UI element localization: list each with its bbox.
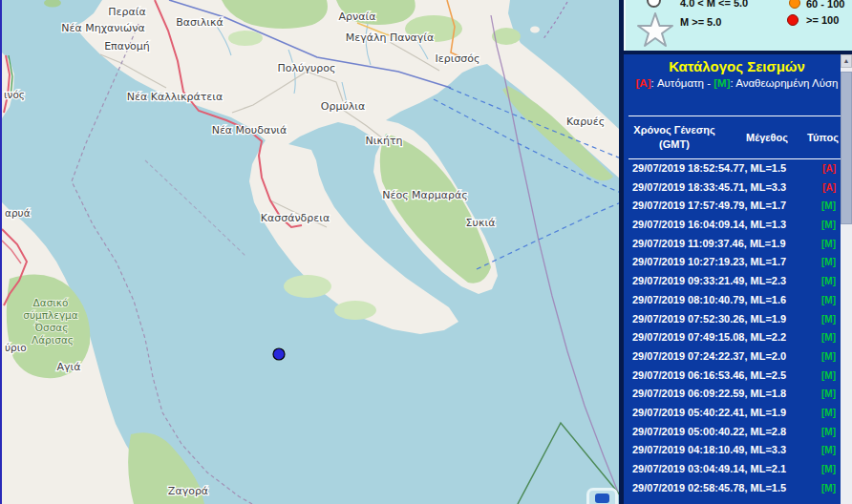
map-label-sykia: Συκιά (466, 217, 496, 229)
map-label-nikiti: Νικήτη (366, 135, 403, 147)
event-time-magnitude: 29/07/2019 04:18:10.49, ML=3.3 (628, 444, 786, 455)
event-type-badge: [M] (821, 272, 836, 291)
map-label-neos-marmaras: Νέος Μαρμαράς (382, 189, 468, 201)
map-label-vasilika: Βασιλικά (176, 16, 223, 29)
magnitude-star-icon (636, 12, 674, 49)
catalog-row[interactable]: 29/07/2019 18:33:45.71, ML=3.3[A] (628, 178, 845, 198)
seismic-monitor-page: Περαία Βασιλικά Νέα Μηχανιώνα Επανομή Αρ… (0, 0, 852, 504)
event-type-badge: [M] (821, 479, 836, 498)
map-label-ierissos: Ιερισσός (435, 52, 479, 65)
scrollbar-up-arrow[interactable]: ▲ (841, 54, 852, 68)
map-label-polygyros: Πολύγυρος (278, 62, 336, 74)
catalog-row[interactable]: 29/07/2019 03:04:49.14, ML=2.1[M] (628, 460, 845, 479)
event-time-magnitude: 29/07/2019 10:27:19.23, ML=1.7 (628, 256, 786, 267)
catalog-title: Κατάλογος Σεισμών (628, 57, 845, 75)
map-label-kassandreia: Κασσάνδρεια (261, 212, 330, 224)
catalog-row[interactable]: 29/07/2019 08:10:40.79, ML=1.6[M] (628, 291, 845, 310)
event-time-magnitude: 29/07/2019 05:40:22.41, ML=1.9 (628, 407, 786, 418)
earthquake-marker[interactable] (273, 348, 285, 360)
catalog-row[interactable]: 29/07/2019 11:09:37.46, ML=1.9[M] (628, 235, 845, 254)
legend-label-depth-60-100: 60 - 100 (806, 0, 844, 10)
manual-text: : Αναθεωρημένη Λύση (730, 77, 838, 89)
catalog-row[interactable]: 29/07/2019 09:33:21.49, ML=2.3[M] (628, 272, 845, 291)
map-label-partial-inos: ινός (4, 89, 25, 100)
catalog-row[interactable]: 29/07/2019 18:52:54.77, ML=1.5[A] (628, 159, 845, 178)
catalog-row[interactable]: 29/07/2019 07:52:30.26, ML=1.9[M] (628, 310, 845, 329)
map-label-peraia: Περαία (108, 6, 145, 18)
event-type-badge: [M] (821, 235, 836, 254)
manual-tag: [M] (714, 77, 730, 89)
map-label-nea-michaniona: Νέα Μηχανιώνα (61, 22, 144, 34)
event-type-badge: [M] (821, 385, 836, 404)
map-label-megali-panagia: Μεγάλη Παναγία (346, 32, 435, 44)
event-type-badge: [A] (822, 178, 836, 198)
event-type-badge: [A] (822, 159, 836, 178)
catalog-row[interactable]: 29/07/2019 17:57:49.79, ML=1.7[M] (628, 197, 845, 216)
catalog-row[interactable]: 29/07/2019 06:09:22.59, ML=1.8[M] (628, 385, 845, 404)
event-type-badge: [M] (821, 310, 836, 329)
header-magnitude: Μέγεθος (734, 132, 800, 143)
event-type-badge: [M] (821, 347, 836, 367)
magnitude-circle-icon (647, 0, 661, 8)
forest-label-line2: σύμπλεγμα (23, 309, 78, 321)
event-time-magnitude: 29/07/2019 05:00:40.22, ML=2.8 (628, 426, 786, 437)
auto-text: : Αυτόματη - (651, 77, 714, 89)
event-time-magnitude: 29/07/2019 08:10:40.79, ML=1.6 (628, 294, 786, 305)
depth-60-100-icon (789, 0, 800, 9)
catalog-row[interactable]: 29/07/2019 05:40:22.41, ML=1.9[M] (628, 404, 845, 423)
catalog-row[interactable]: 29/07/2019 07:24:22.37, ML=2.0[M] (628, 347, 845, 367)
map-control-button[interactable] (586, 488, 618, 504)
event-time-magnitude: 29/07/2019 07:49:15.08, ML=2.2 (628, 331, 786, 343)
forest-label-line4: Λάρισας (32, 334, 74, 346)
scrollbar-thumb[interactable] (841, 72, 852, 224)
event-type-badge: [M] (821, 367, 836, 386)
magnitude-depth-legend: 4.0 < M <= 5.0 M >= 5.0 60 - 100 >= 100 (624, 0, 852, 51)
earthquake-catalog: Κατάλογος Σεισμών [A]: Αυτόματη - [M]: Α… (628, 54, 845, 504)
earthquake-panel: 4.0 < M <= 5.0 M >= 5.0 60 - 100 >= 100 … (619, 0, 852, 504)
event-time-magnitude: 29/07/2019 18:33:45.71, ML=3.3 (628, 181, 786, 193)
catalog-row[interactable]: 29/07/2019 07:49:15.08, ML=2.2[M] (628, 328, 845, 347)
header-origin-time: Χρόνος Γένεσης (GMT) (628, 123, 720, 152)
catalog-list: 29/07/2019 18:52:54.77, ML=1.5[A]29/07/2… (628, 159, 845, 497)
map-label-epanomi: Επανομή (104, 40, 150, 52)
event-time-magnitude: 29/07/2019 07:52:30.26, ML=1.9 (628, 313, 786, 325)
catalog-scrollbar[interactable]: ▲ (841, 54, 852, 504)
map[interactable]: Περαία Βασιλικά Νέα Μηχανιώνα Επανομή Αρ… (0, 0, 621, 504)
map-label-partial-yrio: ύριο (5, 342, 27, 353)
catalog-row[interactable]: 29/07/2019 10:27:19.23, ML=1.7[M] (628, 253, 845, 272)
forest-label-line3: Όσσας (34, 322, 69, 333)
event-time-magnitude: 29/07/2019 03:04:49.14, ML=2.1 (628, 463, 786, 474)
auto-tag: [A] (636, 77, 651, 89)
event-type-badge: [M] (821, 460, 836, 479)
catalog-row[interactable]: 29/07/2019 16:04:09.14, ML=1.3[M] (628, 216, 845, 235)
map-label-arnaia: Αρναία (339, 10, 376, 23)
event-type-badge: [M] (821, 441, 836, 460)
event-time-magnitude: 29/07/2019 11:09:37.46, ML=1.9 (628, 238, 786, 249)
map-label-zagora: Ζαγορά (168, 485, 208, 497)
map-label-nea-kallikrateia: Νέα Καλλικράτεια (127, 91, 223, 103)
header-type: Τύπος (800, 132, 845, 143)
event-type-badge: [M] (821, 253, 836, 272)
event-type-badge: [M] (821, 404, 836, 423)
event-time-magnitude: 29/07/2019 06:16:53.46, ML=2.5 (628, 369, 786, 381)
legend-label-m4-5: 4.0 < M <= 5.0 (680, 0, 748, 9)
event-type-badge: [M] (821, 216, 836, 235)
catalog-row[interactable]: 29/07/2019 04:18:10.49, ML=3.3[M] (628, 441, 845, 460)
catalog-row[interactable]: 29/07/2019 06:16:53.46, ML=2.5[M] (628, 367, 845, 386)
event-time-magnitude: 29/07/2019 06:09:22.59, ML=1.8 (628, 388, 786, 399)
event-type-badge: [M] (821, 328, 836, 347)
map-control-icon (595, 494, 609, 503)
catalog-column-headers: Χρόνος Γένεσης (GMT) Μέγεθος Τύπος (628, 116, 845, 158)
event-type-badge: [M] (821, 197, 836, 216)
event-time-magnitude: 29/07/2019 09:33:21.49, ML=2.3 (628, 275, 786, 286)
map-label-partial-arya: αρυά (5, 207, 31, 219)
event-time-magnitude: 29/07/2019 07:24:22.37, ML=2.0 (628, 350, 786, 362)
catalog-row[interactable]: 29/07/2019 05:00:40.22, ML=2.8[M] (628, 423, 845, 442)
map-label-agia: Αγιά (56, 361, 80, 373)
legend-label-m5: M >= 5.0 (680, 16, 721, 28)
map-label-ormylia: Ορμύλια (321, 100, 366, 113)
map-label-karyes: Καρυές (566, 116, 605, 128)
depth-100-icon (787, 14, 799, 26)
catalog-row[interactable]: 29/07/2019 02:58:45.78, ML=1.5[M] (628, 479, 845, 498)
forest-label-line1: Δασικό (33, 297, 69, 308)
